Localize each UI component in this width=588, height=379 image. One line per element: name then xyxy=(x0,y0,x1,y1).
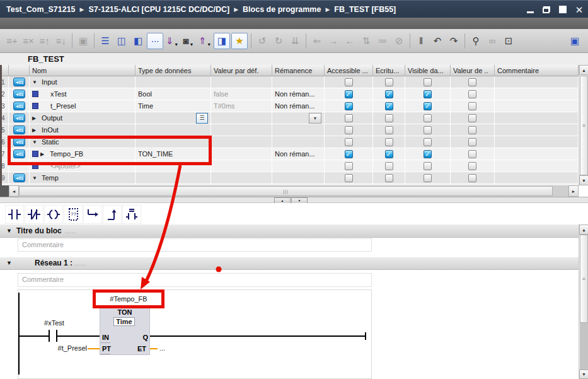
breadcrumb-item[interactable]: Blocs de programme xyxy=(243,5,321,14)
name-cell[interactable]: t_Presel xyxy=(30,100,135,112)
accessible-checkbox[interactable]: ✓ xyxy=(345,102,353,110)
retain-cell[interactable]: ▼ xyxy=(272,112,325,124)
variable-name[interactable]: Tempo_FB xyxy=(50,150,83,158)
retain-cell[interactable] xyxy=(272,76,325,88)
column-header[interactable]: Rémanence xyxy=(272,65,325,76)
ton-block-datatype[interactable]: Time xyxy=(113,317,135,326)
default-value-cell[interactable] xyxy=(211,160,272,172)
writable-checkbox[interactable] xyxy=(385,174,393,182)
scroll-down-button[interactable]: ▼ xyxy=(579,175,588,185)
add-row-icon[interactable]: ≡+ xyxy=(4,33,20,49)
scroll-track[interactable] xyxy=(580,323,588,370)
table-row[interactable]: 4◄01▶Output☰▼ xyxy=(0,112,579,124)
comment-cell[interactable] xyxy=(495,136,579,148)
comment-cell[interactable] xyxy=(495,148,579,160)
accessible-checkbox[interactable] xyxy=(345,78,353,86)
scroll-right-button[interactable]: ► xyxy=(568,185,579,197)
block-comment-field[interactable]: Commentaire xyxy=(18,238,372,252)
comment-cell[interactable] xyxy=(495,88,579,100)
scroll-left-button[interactable]: ◄ xyxy=(9,185,19,197)
retain-cell[interactable]: Non réman... xyxy=(272,148,325,160)
variable-name[interactable]: <Ajouter> xyxy=(50,162,81,170)
comment-cell[interactable] xyxy=(495,160,579,172)
datatype-cell[interactable]: Time xyxy=(135,100,211,112)
retain-cell[interactable] xyxy=(272,124,325,136)
datatype-picker-button[interactable]: ☰ xyxy=(196,113,208,124)
variable-name[interactable]: Output xyxy=(42,114,62,122)
visible-checkbox[interactable] xyxy=(424,114,432,122)
writable-checkbox[interactable] xyxy=(385,114,393,122)
normally-open-contact-button[interactable] xyxy=(5,205,24,224)
column-header[interactable]: Commentaire xyxy=(495,65,579,76)
contact-operand-label[interactable]: #xTest xyxy=(37,319,72,327)
visible-checkbox[interactable] xyxy=(424,78,432,86)
name-cell[interactable]: ▶Output xyxy=(30,112,135,124)
datatype-cell[interactable] xyxy=(135,172,211,184)
setpoint-checkbox[interactable] xyxy=(468,150,476,158)
default-value-cell[interactable] xyxy=(211,112,272,124)
setpoint-checkbox[interactable] xyxy=(468,162,476,170)
bookmark-icon[interactable]: ‖ xyxy=(413,33,429,49)
restore-button[interactable] xyxy=(541,4,551,15)
insert-row-below-icon[interactable]: ≡↓ xyxy=(54,33,69,49)
retain-cell[interactable]: Non réman... xyxy=(272,100,325,112)
breadcrumb-item[interactable]: FB_TEST [FB55] xyxy=(334,5,396,14)
compare-box-button[interactable] xyxy=(122,205,141,224)
maximize-button[interactable] xyxy=(558,4,568,15)
table-row[interactable]: 5◄01▶InOut xyxy=(0,124,579,136)
close-button[interactable]: ✕ xyxy=(574,4,584,15)
pin-q-label[interactable]: Q xyxy=(135,334,148,341)
pane-layout-left-icon[interactable]: ◧ xyxy=(130,33,146,49)
monitor-all-icon[interactable]: ◨ xyxy=(214,33,230,49)
column-header[interactable]: Type de données xyxy=(135,65,211,76)
datatype-cell[interactable]: ☰ xyxy=(135,112,211,124)
name-cell[interactable]: ▶InOut xyxy=(30,124,135,136)
accessible-checkbox[interactable] xyxy=(345,162,353,170)
network-1-header[interactable]: ▼ Réseau 1 : ..... xyxy=(0,257,588,270)
column-header[interactable]: Valeur de .. xyxy=(451,65,495,76)
cross-references-icon[interactable]: ∞ xyxy=(485,33,500,49)
retain-cell[interactable] xyxy=(272,136,325,148)
column-header[interactable]: Valeur par déf. xyxy=(211,65,272,76)
table-row[interactable]: 3◄01t_PreselTimeT#0msNon réman...✓✓✓ xyxy=(0,100,579,112)
breadcrumb-item[interactable]: Test_Com_S71215 xyxy=(6,5,76,14)
pin-pt-label[interactable]: PT xyxy=(102,345,111,353)
download-memory-icon[interactable]: ⇊ xyxy=(287,33,303,49)
table-row[interactable]: 2◄01xTestBoolfalseNon réman...✓✓✓ xyxy=(0,88,579,100)
default-value-cell[interactable] xyxy=(211,76,272,88)
comment-cell[interactable] xyxy=(495,100,579,112)
scroll-up-button[interactable]: ▲ xyxy=(579,224,588,235)
next-bookmark-icon[interactable]: ↷ xyxy=(446,33,461,49)
retain-cell[interactable]: Non réman... xyxy=(272,88,325,100)
scroll-thumb[interactable]: ≡ xyxy=(580,76,588,175)
setpoint-checkbox[interactable] xyxy=(468,114,476,122)
accessible-checkbox[interactable] xyxy=(345,126,353,134)
accessible-checkbox[interactable]: ✓ xyxy=(345,150,353,158)
default-value-cell[interactable]: T#0ms xyxy=(211,100,272,112)
table-hscrollbar[interactable]: ◄ ||| ► xyxy=(9,185,579,197)
indent-left-icon[interactable]: ← xyxy=(342,33,357,49)
name-cell[interactable]: ▼Static xyxy=(30,136,135,148)
collapse-arrow-icon[interactable]: ▼ xyxy=(6,260,12,266)
free-comments-icon[interactable]: ⊘ xyxy=(391,33,406,49)
instance-name-label[interactable]: #Tempo_FB xyxy=(96,293,161,307)
load-start-values-icon[interactable]: ⇓▼ xyxy=(164,33,180,49)
pt-operand-label[interactable]: #t_Presel xyxy=(43,344,87,352)
name-cell[interactable]: xTest xyxy=(30,88,135,100)
setpoint-checkbox[interactable] xyxy=(468,78,476,86)
writable-checkbox[interactable] xyxy=(385,162,393,170)
writable-checkbox[interactable]: ✓ xyxy=(385,90,393,98)
coil-button[interactable] xyxy=(44,205,63,224)
retain-dropdown[interactable]: ▼ xyxy=(309,113,321,124)
minimize-button[interactable] xyxy=(525,4,535,15)
visible-checkbox[interactable]: ✓ xyxy=(424,90,432,98)
datatype-cell[interactable] xyxy=(135,160,211,172)
comment-cell[interactable] xyxy=(495,172,579,184)
table-vscrollbar[interactable]: ▲ ≡ ▼ xyxy=(579,65,588,185)
setpoint-checkbox[interactable] xyxy=(468,138,476,146)
visible-checkbox[interactable] xyxy=(424,138,432,146)
default-value-cell[interactable] xyxy=(211,124,272,136)
contact-left-bar[interactable] xyxy=(49,330,50,342)
default-value-cell[interactable] xyxy=(211,172,272,184)
expand-all-members-icon[interactable]: ☰ xyxy=(98,33,113,49)
